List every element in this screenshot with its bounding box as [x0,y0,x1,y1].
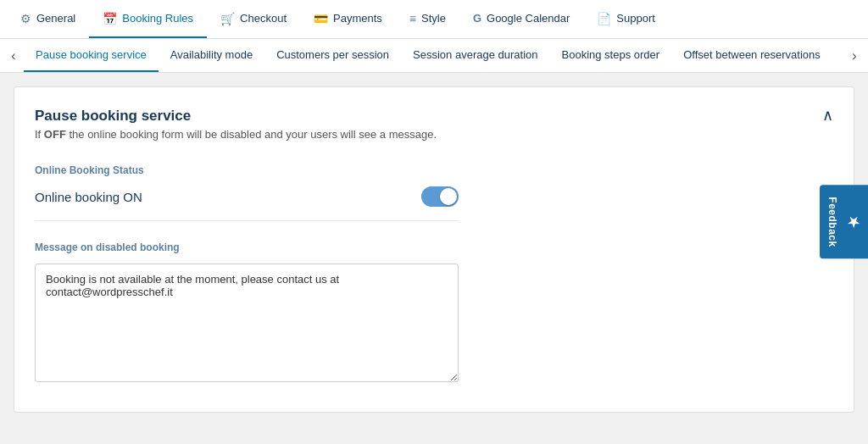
google-icon: G [473,12,481,25]
tab-checkout[interactable]: 🛒 Checkout [207,0,300,38]
tab-support[interactable]: 📄 Support [583,0,669,38]
online-booking-label: Online Booking Status [35,164,833,176]
gear-icon: ⚙ [20,12,31,25]
online-booking-section: Online Booking Status Online booking ON [35,164,833,221]
card-title: Pause booking service [35,108,437,125]
tab-general[interactable]: ⚙ General [7,0,89,38]
style-icon: ≡ [409,12,416,25]
collapse-button[interactable]: ∧ [822,108,833,123]
subnav-booking-steps-order[interactable]: Booking steps order [550,39,672,72]
toggle-row: Online booking ON [35,186,459,221]
subnav-left-arrow[interactable]: ‹ [3,39,24,72]
tab-style[interactable]: ≡ Style [396,0,459,38]
subnav-bo[interactable]: Bo [832,39,844,72]
top-navigation: ⚙ General 📅 Booking Rules 🛒 Checkout 💳 P… [0,0,868,39]
document-icon: 📄 [597,12,611,25]
online-booking-toggle[interactable] [421,186,459,207]
calendar-icon: 📅 [103,12,117,25]
subnav-offset-between-reservations[interactable]: Offset between reservations [671,39,832,72]
card-header-text: Pause booking service If OFF the online … [35,108,437,161]
pause-booking-card: Pause booking service If OFF the online … [14,86,854,413]
subnav-availability-mode[interactable]: Availability mode [159,39,264,72]
sub-navigation: ‹ Pause booking service Availability mod… [0,39,868,73]
card-header: Pause booking service If OFF the online … [35,108,833,161]
feedback-icon: ★ [845,214,861,230]
subnav-customers-per-session[interactable]: Customers per session [264,39,401,72]
message-label: Message on disabled booking [35,241,459,253]
feedback-tab[interactable]: ★ Feedback [820,185,868,258]
tab-google-calendar[interactable]: G Google Calendar [459,0,583,38]
subnav-session-avg-duration[interactable]: Session average duration [401,39,549,72]
subnav-pause-booking[interactable]: Pause booking service [24,39,159,72]
tab-payments[interactable]: 💳 Payments [300,0,396,38]
message-textarea[interactable] [35,264,459,382]
cart-icon: 🛒 [220,12,235,25]
subnav-right-arrow[interactable]: › [844,39,865,72]
subnav-items: Pause booking service Availability mode … [24,39,844,72]
toggle-label: Online booking ON [35,190,142,204]
tab-booking-rules[interactable]: 📅 Booking Rules [89,0,207,38]
card-icon: 💳 [314,12,328,25]
message-section: Message on disabled booking [35,241,459,385]
toggle-thumb [440,188,457,205]
page-content: Pause booking service If OFF the online … [0,73,868,426]
card-subtitle: If OFF the online booking form will be d… [35,128,437,141]
